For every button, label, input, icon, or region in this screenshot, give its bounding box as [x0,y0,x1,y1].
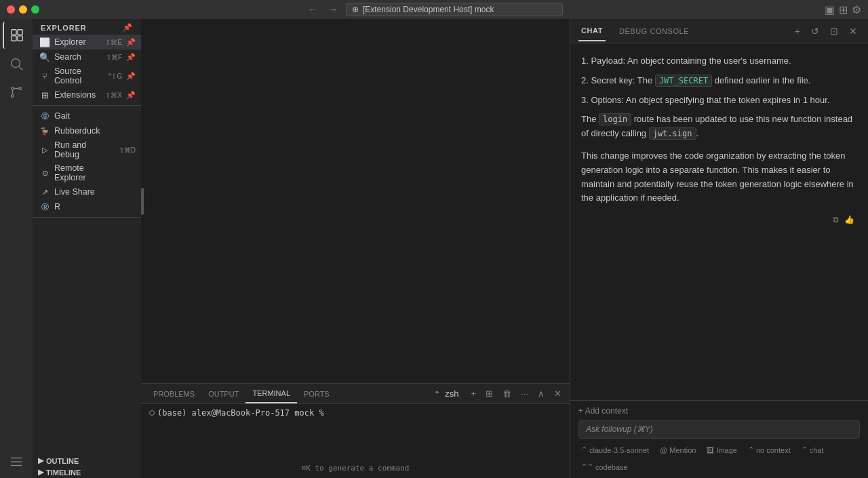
chat-close-icon[interactable]: ✕ [846,24,860,38]
chat-copy-actions: ⧉ 👍 [581,214,857,229]
panel-tab-output[interactable]: OUTPUT [201,384,245,403]
maximize-button[interactable] [31,5,39,14]
login-code: login [599,113,631,125]
chat-image-button[interactable]: 🖼 Image [704,445,740,456]
outline-label: OUTLINE [46,457,79,465]
sidebar-item-r[interactable]: Ⓡ R [33,199,141,214]
run-debug-icon: ▷ [39,144,50,155]
chat-header: CHAT DEBUG CONSOLE + ↺ ⊡ ✕ [570,19,868,43]
chat-item-1-text: 1. Payload: An object containing the use… [581,56,791,66]
chat-mode-codebase[interactable]: ⌃⌃ codebase [578,461,631,473]
sidebar-item-label: R [54,202,136,212]
sidebar-item-label: RemoteExplorer [54,163,136,182]
sidebar-item-search[interactable]: 🔍 Search ⇧⌘F 📌 [33,49,141,64]
extensions-shortcut: ⇧⌘X [105,92,122,99]
sidebar-item-label: SourceControl [54,66,104,85]
terminal-more-icon[interactable]: ··· [518,387,531,400]
thumbsup-icon[interactable]: 👍 [844,214,854,226]
sidebar-item-gait[interactable]: ⓖ Gait [33,108,141,123]
panel-tab-ports[interactable]: PORTS [297,384,336,403]
editor-area[interactable] [141,19,570,383]
sidebar-divider [33,105,141,106]
source-control-pin: 📌 [126,72,136,81]
chat-input[interactable]: Ask followup (⌘Y) [578,420,860,439]
sidebar-item-run-debug[interactable]: ▷ Run andDebug ⇧⌘D [33,138,141,161]
terminal-trash-icon[interactable]: 🗑 [500,387,514,400]
chat-mode-chat[interactable]: ⌃ chat [799,444,827,456]
tab-chat[interactable]: CHAT [578,21,606,41]
chat-para-2: This change improves the code organizati… [581,149,857,205]
terminal-split-icon[interactable]: ⊞ [483,387,496,400]
chat-mode-label: chat [810,446,824,454]
tab-debug-console[interactable]: DEBUG CONSOLE [616,22,692,41]
layout-icon[interactable]: ⊞ [839,3,848,16]
chat-item-2-suffix: defined earlier in the file. [712,75,810,85]
titlebar-settings: ▣ ⊞ ⚙ [825,3,861,16]
sidebar-item-extensions[interactable]: ⊞ Extensions ⇧⌘X 📌 [33,87,141,102]
activity-collapse[interactable] [3,448,30,475]
svg-rect-0 [12,30,16,35]
window-controls [7,5,39,14]
chat-mention-button[interactable]: @ Mention [657,445,698,456]
settings-icon[interactable]: ⚙ [852,3,861,16]
chat-footer: ⌃ claude-3.5-sonnet @ Mention 🖼 Image ⌃ … [578,444,860,473]
app-body: EXPLORER 📌 ⬜ Explorer ⇧⌘E 📌 🔍 Search ⇧⌘F… [0,19,868,478]
sidebar-pin-icon[interactable]: 📌 [123,23,133,32]
chat-history-icon[interactable]: ↺ [808,24,822,38]
terminal-prompt: (base) alex@MacBook-Pro-517 mock % [149,408,324,418]
explorer-shortcut: ⇧⌘E [105,39,122,46]
titlebar: ← → ⊕ [Extension Development Host] mock … [0,0,868,19]
svg-point-6 [12,95,14,98]
model-icon: ⌃ [581,445,587,454]
sidebar-layout-icon[interactable]: ▣ [825,3,835,16]
copy-icon[interactable]: ⧉ [833,214,839,226]
chat-para-1: The login route has been updated to use … [581,113,857,141]
panel-tab-terminal[interactable]: TERMINAL [245,384,297,403]
outline-section[interactable]: ▶ OUTLINE [33,455,141,466]
gait-icon: ⓖ [39,111,50,121]
back-button[interactable]: ← [305,4,320,15]
sidebar-item-live-share[interactable]: ↗ Live Share [33,184,141,199]
sidebar: EXPLORER 📌 ⬜ Explorer ⇧⌘E 📌 🔍 Search ⇧⌘F… [33,19,141,478]
activity-explorer[interactable] [3,22,30,49]
forward-button[interactable]: → [326,4,340,15]
terminal-circle-icon [149,410,155,416]
chat-expand-icon[interactable]: ⊡ [827,24,841,38]
close-button[interactable] [7,5,15,14]
sidebar-item-label: Gait [54,111,136,121]
svg-point-4 [12,59,20,68]
chat-mode-icon: ⌃ [802,445,808,454]
sidebar-item-label: Rubberduck [54,126,136,136]
sidebar-title: EXPLORER [41,24,87,32]
minimize-button[interactable] [19,5,27,14]
chat-context-type[interactable]: ⌃ no context [745,444,793,456]
chat-item-2: 2. Secret key: The JWT_SECRET defined ea… [581,74,857,88]
activity-source-control[interactable] [3,79,30,106]
sidebar-item-source-control[interactable]: ⑂ SourceControl ^⇧G 📌 [33,64,141,87]
sidebar-item-remote-explorer[interactable]: ⊙ RemoteExplorer [33,161,141,184]
chat-input-area: + Add context Ask followup (⌘Y) ⌃ claude… [570,400,868,478]
add-context-button[interactable]: + Add context [578,406,860,416]
sidebar-item-explorer[interactable]: ⬜ Explorer ⇧⌘E 📌 [33,35,141,49]
chat-model-selector[interactable]: ⌃ claude-3.5-sonnet [578,444,652,456]
terminal-add-icon[interactable]: + [469,387,479,400]
terminal-close-icon[interactable]: ✕ [551,387,564,400]
r-icon: Ⓡ [39,201,50,212]
resize-handle[interactable] [141,188,144,215]
activity-bar [0,19,33,478]
svg-point-7 [19,87,22,90]
panel-tab-problems[interactable]: PROBLEMS [146,384,201,403]
search-pin: 📌 [126,53,136,62]
codebase-icon: ⌃⌃ [581,462,593,471]
timeline-section[interactable]: ▶ TIMELINE [33,466,141,478]
chat-item-3: 3. Options: An object specifying that th… [581,94,857,108]
sidebar-divider-2 [33,217,141,218]
timeline-chevron-icon: ▶ [38,468,43,477]
image-label: Image [716,446,737,454]
sidebar-item-rubberduck[interactable]: 🦆 Rubberduck [33,123,141,138]
terminal-up-icon[interactable]: ∧ [535,387,547,400]
rubberduck-icon: 🦆 [39,125,50,136]
activity-search[interactable] [3,50,30,77]
chat-add-icon[interactable]: + [792,24,803,38]
titlebar-search[interactable]: ⊕ [Extension Development Host] mock [346,3,563,16]
